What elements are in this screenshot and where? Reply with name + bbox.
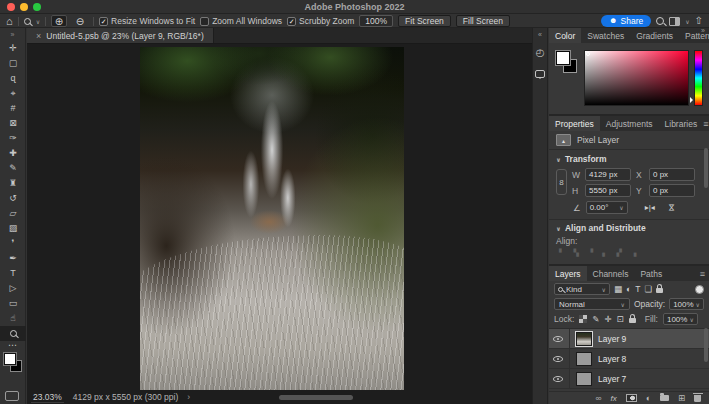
- layer-thumbnail[interactable]: [576, 332, 592, 346]
- visibility-eye-icon[interactable]: [553, 356, 563, 362]
- layer-name[interactable]: Layer 9: [598, 334, 626, 344]
- adjustment-layer-icon[interactable]: ◐: [646, 394, 651, 403]
- filter-type-icon[interactable]: T: [635, 285, 640, 294]
- edit-toolbar-icon[interactable]: ⋯: [0, 341, 25, 351]
- gradient-tool[interactable]: ▨: [0, 221, 26, 236]
- resize-windows-checkbox[interactable]: ✓: [99, 17, 108, 26]
- close-window-button[interactable]: [7, 3, 15, 11]
- foreground-color-swatch[interactable]: [556, 51, 570, 65]
- align-right-icon[interactable]: ▝: [588, 249, 593, 257]
- workspace-icon[interactable]: [669, 17, 680, 26]
- tab-libraries[interactable]: Libraries: [659, 116, 704, 131]
- tab-channels[interactable]: Channels: [587, 266, 635, 281]
- panel-menu-icon[interactable]: ≡: [700, 266, 709, 281]
- layer-name[interactable]: Layer 7: [598, 374, 626, 384]
- new-group-icon[interactable]: [660, 395, 669, 401]
- layer-thumbnail[interactable]: [576, 372, 592, 386]
- layer-row-layer7[interactable]: Layer 7: [549, 369, 709, 389]
- link-layers-icon[interactable]: ∞: [595, 394, 601, 403]
- tab-layers[interactable]: Layers: [549, 266, 587, 281]
- lock-paint-icon[interactable]: ✎: [592, 315, 599, 324]
- hue-slider[interactable]: [694, 50, 703, 106]
- align-top-icon[interactable]: ▖: [602, 249, 607, 257]
- object-selection-tool[interactable]: ⌖: [0, 86, 26, 101]
- tab-adjustments[interactable]: Adjustments: [600, 116, 659, 131]
- zoom-all-windows-checkbox[interactable]: [200, 17, 209, 26]
- collapse-dock-icon[interactable]: «: [533, 28, 547, 41]
- add-mask-icon[interactable]: [626, 394, 637, 402]
- panel-menu-icon[interactable]: ≡: [703, 116, 709, 131]
- comments-icon[interactable]: [533, 63, 547, 85]
- filter-kind-select[interactable]: Kind ∨: [554, 283, 610, 295]
- resize-windows-option[interactable]: ✓ Resize Windows to Fit: [99, 16, 195, 26]
- tab-color[interactable]: Color: [549, 28, 581, 43]
- chevron-down-icon[interactable]: ∨: [696, 301, 700, 308]
- filter-pixel-icon[interactable]: ▦: [614, 285, 622, 294]
- move-tool[interactable]: ✛: [0, 41, 26, 56]
- zoom-level-field[interactable]: 100%: [359, 15, 393, 27]
- zoom-tool-icon[interactable]: [24, 18, 31, 25]
- path-selection-tool[interactable]: ▷: [0, 281, 26, 296]
- shape-tool[interactable]: ▭: [0, 296, 26, 311]
- frame-tool[interactable]: ⊠: [0, 116, 26, 131]
- foreground-color-swatch[interactable]: [4, 353, 16, 365]
- layer-style-fx-icon[interactable]: fx: [611, 394, 617, 403]
- align-bottom-icon[interactable]: ▗: [631, 249, 636, 257]
- delete-layer-icon[interactable]: [694, 395, 701, 402]
- angle-field[interactable]: 0.00° ∨: [586, 201, 628, 214]
- align-center-h-icon[interactable]: ▚: [573, 249, 578, 257]
- export-icon[interactable]: ⇧: [695, 16, 703, 26]
- height-field[interactable]: 5550 px: [585, 184, 631, 197]
- lock-transparency-icon[interactable]: [579, 315, 587, 323]
- visibility-eye-icon[interactable]: [553, 376, 563, 382]
- layer-row-layer9[interactable]: Layer 9: [549, 329, 709, 349]
- filter-adjustment-icon[interactable]: ◐: [626, 285, 631, 294]
- tab-gradients[interactable]: Gradients: [630, 28, 679, 43]
- layer-name[interactable]: Layer 8: [598, 354, 626, 364]
- collapse-panels-icon[interactable]: »: [701, 27, 705, 34]
- pen-tool[interactable]: ✒: [0, 251, 26, 266]
- search-icon[interactable]: [656, 17, 664, 25]
- chevron-down-icon[interactable]: ∨: [689, 316, 693, 323]
- lock-artboard-icon[interactable]: ⊡: [617, 315, 624, 324]
- tab-paths[interactable]: Paths: [634, 266, 668, 281]
- blend-mode-select[interactable]: Normal ∨: [554, 298, 630, 310]
- color-picker-marker[interactable]: [586, 52, 590, 56]
- history-icon[interactable]: ◴: [533, 41, 547, 63]
- document-tab[interactable]: × Untitled-5.psb @ 23% (Layer 9, RGB/16*…: [27, 28, 214, 43]
- history-brush-tool[interactable]: ↺: [0, 191, 26, 206]
- screen-mode-icon[interactable]: [5, 391, 19, 401]
- scrubby-zoom-checkbox[interactable]: ✓: [287, 17, 296, 26]
- status-zoom-field[interactable]: 23.03%: [31, 392, 64, 403]
- align-section-header[interactable]: ∨ Align and Distribute: [549, 220, 709, 235]
- brush-tool[interactable]: ✎: [0, 161, 26, 176]
- new-layer-icon[interactable]: ⊞: [678, 394, 685, 403]
- type-tool[interactable]: T: [0, 266, 26, 281]
- tab-swatches[interactable]: Swatches: [581, 28, 630, 43]
- constrain-link-icon[interactable]: 8: [556, 169, 567, 195]
- status-chevron-icon[interactable]: ›: [187, 392, 190, 402]
- chevron-down-icon[interactable]: ∨: [619, 204, 623, 211]
- lasso-tool[interactable]: ɋ: [0, 71, 26, 86]
- eraser-tool[interactable]: ▱: [0, 206, 26, 221]
- close-tab-icon[interactable]: ×: [36, 31, 41, 41]
- hue-slider-marker[interactable]: [690, 97, 696, 103]
- y-field[interactable]: 0 px: [649, 184, 695, 197]
- opacity-field[interactable]: 100% ∨: [669, 298, 704, 310]
- x-field[interactable]: 0 px: [649, 168, 695, 181]
- align-left-icon[interactable]: ▘: [559, 249, 564, 257]
- flip-horizontal-icon[interactable]: ▸|◂: [645, 203, 655, 212]
- toolbar-expand-icon[interactable]: »: [0, 28, 25, 41]
- fill-field[interactable]: 100% ∨: [663, 313, 698, 325]
- photo-waterfall[interactable]: [140, 47, 404, 390]
- hand-tool[interactable]: ☝: [0, 311, 26, 326]
- saturation-picker[interactable]: [584, 50, 689, 106]
- marquee-tool[interactable]: ▢: [0, 56, 26, 71]
- share-button[interactable]: ☻ Share: [601, 15, 651, 27]
- lock-position-icon[interactable]: ✛: [604, 315, 611, 324]
- zoom-tool[interactable]: [0, 326, 26, 341]
- minimize-window-button[interactable]: [20, 3, 28, 11]
- eyedropper-tool[interactable]: ✑: [0, 131, 26, 146]
- filter-group-icon[interactable]: ❏: [644, 285, 652, 294]
- zoom-window-button[interactable]: [33, 3, 41, 11]
